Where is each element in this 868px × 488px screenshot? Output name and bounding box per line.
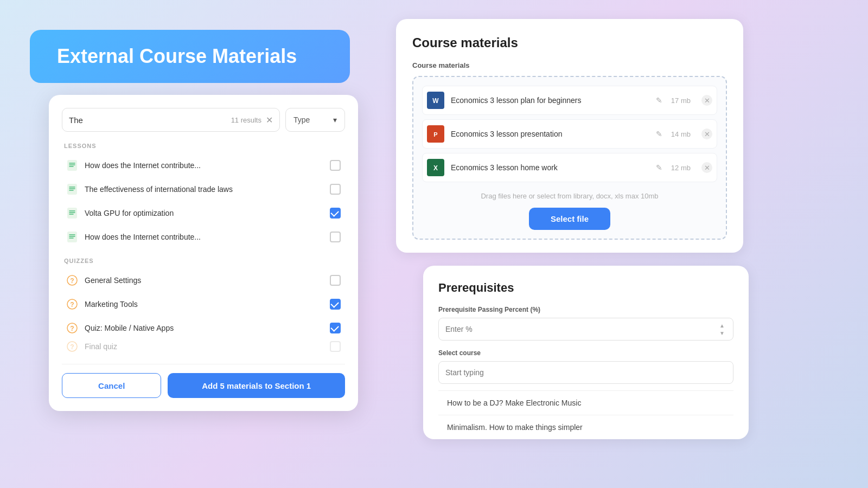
- svg-text:?: ?: [70, 301, 74, 309]
- list-item[interactable]: How does the Internet contribute...: [62, 153, 345, 177]
- lesson-doc-icon: [66, 231, 78, 243]
- list-item[interactable]: ? Marketing Tools: [62, 292, 345, 316]
- course-suggestions: How to be a DJ? Make Electronic Music Mi…: [438, 390, 733, 439]
- lesson-doc-icon: [66, 159, 78, 171]
- remove-material-button[interactable]: ✕: [701, 162, 712, 173]
- select-file-button[interactable]: Select file: [529, 208, 610, 230]
- passing-percent-input[interactable]: [445, 325, 718, 333]
- word-icon: W: [427, 92, 444, 109]
- search-modal: 11 results ✕ Type ▾ LESSONS How does the…: [49, 95, 358, 411]
- edit-icon[interactable]: ✎: [656, 163, 662, 172]
- svg-text:?: ?: [70, 277, 74, 285]
- lesson-checkbox-1[interactable]: [330, 160, 341, 171]
- material-size: 12 mb: [671, 164, 691, 172]
- search-results-count: 11 results: [231, 116, 261, 124]
- quiz-icon: ?: [66, 322, 78, 334]
- drag-hint-text: Drag files here or select from library, …: [422, 187, 717, 203]
- list-item[interactable]: The effectiveness of international trade…: [62, 177, 345, 201]
- passing-percent-label: Prerequisite Passing Percent (%): [438, 306, 733, 313]
- search-input[interactable]: [69, 115, 231, 125]
- edit-icon[interactable]: ✎: [656, 130, 662, 138]
- quiz-checkbox-4[interactable]: [330, 341, 341, 352]
- lesson-item-text: Volta GPU for optimization: [85, 209, 323, 217]
- quiz-item-text: Marketing Tools: [85, 300, 323, 309]
- course-materials-title: Course materials: [412, 35, 727, 50]
- search-row: 11 results ✕ Type ▾: [62, 108, 345, 132]
- quiz-icon: ?: [66, 298, 78, 310]
- lessons-section-label: LESSONS: [62, 143, 345, 149]
- excel-icon: X: [427, 159, 444, 176]
- svg-text:?: ?: [70, 325, 74, 332]
- lesson-checkbox-4[interactable]: [330, 232, 341, 242]
- svg-text:W: W: [432, 97, 439, 105]
- svg-text:X: X: [433, 164, 438, 172]
- quizzes-section: QUIZZES ? General Settings ? Marketing T…: [62, 258, 345, 353]
- list-item[interactable]: Volta GPU for optimization: [62, 201, 345, 225]
- spinner-down-button[interactable]: ▼: [718, 330, 726, 336]
- svg-text:?: ?: [70, 343, 74, 351]
- material-name: Economics 3 lesson presentation: [451, 130, 649, 138]
- course-materials-section-label: Course materials: [412, 61, 727, 69]
- close-icon: ✕: [266, 115, 273, 125]
- ppt-icon: P: [427, 125, 444, 143]
- quiz-item-text: General Settings: [85, 276, 323, 285]
- quizzes-list: ? General Settings ? Marketing Tools ? Q…: [62, 268, 345, 353]
- lesson-item-text: The effectiveness of international trade…: [85, 185, 323, 194]
- quiz-icon: ?: [66, 274, 78, 286]
- lesson-doc-icon: [66, 183, 78, 195]
- suggestion-item[interactable]: Minimalism. How to make things simpler: [438, 415, 733, 439]
- material-row: W Economics 3 lesson plan for beginners …: [422, 86, 717, 115]
- lesson-checkbox-2[interactable]: [330, 184, 341, 195]
- clear-search-button[interactable]: ✕: [266, 115, 273, 125]
- upload-area[interactable]: W Economics 3 lesson plan for beginners …: [412, 76, 727, 240]
- svg-rect-1: [67, 184, 77, 195]
- lesson-doc-icon: [66, 207, 78, 219]
- quiz-item-text: Final quiz: [85, 342, 323, 351]
- chevron-down-icon: ▾: [333, 115, 337, 124]
- material-name: Economics 3 lesson home work: [451, 163, 649, 172]
- page-title: External Course Materials: [57, 45, 323, 68]
- type-dropdown[interactable]: Type ▾: [285, 108, 345, 132]
- quiz-checkbox-1[interactable]: [330, 275, 341, 286]
- svg-rect-0: [67, 160, 77, 171]
- svg-rect-2: [67, 208, 77, 219]
- quiz-checkbox-3[interactable]: [330, 323, 341, 333]
- remove-material-button[interactable]: ✕: [701, 95, 712, 106]
- spinner-up-button[interactable]: ▲: [718, 322, 726, 329]
- select-course-label: Select course: [438, 349, 733, 357]
- material-row: X Economics 3 lesson home work ✎ 12 mb ✕: [422, 153, 717, 182]
- material-row: P Economics 3 lesson presentation ✎ 14 m…: [422, 119, 717, 149]
- type-dropdown-label: Type: [293, 115, 310, 124]
- svg-rect-3: [67, 232, 77, 242]
- suggestion-item[interactable]: How to be a DJ? Make Electronic Music: [438, 390, 733, 415]
- lesson-item-text: How does the Internet contribute...: [85, 233, 323, 241]
- material-size: 17 mb: [671, 97, 691, 105]
- lesson-checkbox-3[interactable]: [330, 208, 341, 219]
- prerequisites-title: Prerequisites: [438, 281, 733, 295]
- list-item[interactable]: ? Final quiz: [62, 340, 345, 353]
- course-materials-card: Course materials Course materials W Econ…: [396, 19, 743, 253]
- quiz-checkbox-2[interactable]: [330, 299, 341, 310]
- lesson-item-text: How does the Internet contribute...: [85, 161, 323, 170]
- search-input-wrap: 11 results ✕: [62, 108, 280, 132]
- svg-text:P: P: [433, 131, 437, 138]
- prerequisites-card: Prerequisites Prerequisite Passing Perce…: [423, 266, 749, 439]
- modal-footer: Cancel Add 5 materials to Section 1: [62, 364, 345, 398]
- remove-material-button[interactable]: ✕: [701, 129, 712, 139]
- spinner: ▲ ▼: [718, 322, 726, 336]
- select-course-input[interactable]: [438, 361, 733, 384]
- list-item[interactable]: ? General Settings: [62, 268, 345, 292]
- quiz-icon: ?: [66, 341, 78, 352]
- list-item[interactable]: How does the Internet contribute...: [62, 225, 345, 249]
- edit-icon[interactable]: ✎: [656, 96, 662, 105]
- material-size: 14 mb: [671, 130, 691, 138]
- title-banner: External Course Materials: [30, 30, 350, 83]
- material-name: Economics 3 lesson plan for beginners: [451, 96, 649, 105]
- list-item[interactable]: ? Quiz: Mobile / Native Apps: [62, 316, 345, 340]
- passing-percent-input-wrap: ▲ ▼: [438, 318, 733, 341]
- cancel-button[interactable]: Cancel: [62, 373, 161, 398]
- lessons-list: How does the Internet contribute... The …: [62, 153, 345, 249]
- quiz-item-text: Quiz: Mobile / Native Apps: [85, 324, 323, 332]
- quizzes-section-label: QUIZZES: [62, 258, 345, 264]
- add-materials-button[interactable]: Add 5 materials to Section 1: [168, 373, 345, 398]
